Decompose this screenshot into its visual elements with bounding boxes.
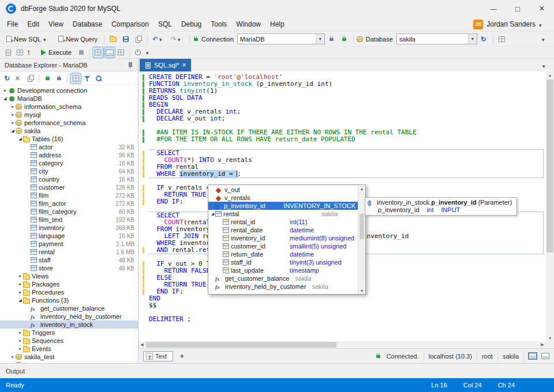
toggle-editor-pane-button[interactable] <box>104 47 115 58</box>
tree-item-tables-16-[interactable]: ◢Tables (16) <box>0 135 138 143</box>
scroll-left-icon[interactable] <box>138 341 145 348</box>
validate-button[interactable] <box>26 47 36 58</box>
layout-button[interactable] <box>14 47 25 58</box>
tree-item-category[interactable]: category16 KB <box>0 159 138 167</box>
redo-button[interactable] <box>169 33 186 45</box>
query-options-button[interactable] <box>144 47 155 58</box>
scroll-right-icon[interactable] <box>539 341 546 348</box>
scroll-down-icon[interactable] <box>358 287 365 294</box>
scroll-up-icon[interactable] <box>358 185 365 192</box>
autocomplete-item-rental_date[interactable]: rental_datedatetime <box>208 226 358 234</box>
autocomplete-item-last_update[interactable]: last_updatetimestamp <box>208 266 358 274</box>
tree-item-sakila-test[interactable]: ▸sakila_test <box>0 353 138 361</box>
tree-item-actor[interactable]: actor32 KB <box>0 143 138 151</box>
tree-item-get-customer-balance[interactable]: get_customer_balance <box>0 304 138 312</box>
autocomplete-item-customer_id[interactable]: customer_idsmallint(5) unsigned <box>208 242 358 250</box>
scrollbar-thumb[interactable] <box>546 80 553 252</box>
horizontal-scrollbar[interactable] <box>138 341 546 348</box>
autocomplete-item-inventory_held_by_customer[interactable]: inventory_held_by_customersakila <box>208 282 358 291</box>
execute-button[interactable]: Execute <box>38 48 75 57</box>
menu-tools[interactable]: Tools <box>206 18 231 30</box>
new-sql-button[interactable]: New SQL <box>3 35 54 44</box>
show-options-toggle[interactable] <box>70 73 81 84</box>
minimize-button[interactable] <box>481 0 506 17</box>
menu-sql[interactable]: SQL <box>154 18 177 30</box>
save-all-button[interactable] <box>133 33 144 45</box>
tree-item-sequences[interactable]: ▸Sequences <box>0 337 138 345</box>
close-button[interactable] <box>530 0 554 17</box>
tree-item-rental[interactable]: rental1.6 MB <box>0 248 138 256</box>
query-history-button[interactable] <box>133 47 143 58</box>
toolbar-overflow-button[interactable] <box>540 33 551 45</box>
disconnect-button[interactable] <box>54 73 64 84</box>
autocomplete-item-v_rentals[interactable]: v_rentals <box>208 194 358 202</box>
menu-comparison[interactable]: Comparison <box>107 18 154 30</box>
tree-item-customer[interactable]: customer128 KB <box>0 183 138 191</box>
autocomplete-item-rental[interactable]: ◢rentalsakila <box>208 210 358 218</box>
save-button[interactable] <box>120 33 132 45</box>
document-list-dropdown[interactable] <box>540 59 552 71</box>
close-tab-icon[interactable] <box>182 62 186 69</box>
add-view-button[interactable] <box>178 352 186 360</box>
menu-window[interactable]: Window <box>231 18 265 30</box>
refresh-database-button[interactable] <box>478 33 490 45</box>
output-tab-label[interactable]: Output <box>6 368 25 375</box>
tree-item-inventory[interactable]: inventory368 KB <box>0 224 138 232</box>
output-panel[interactable]: Output <box>0 363 554 378</box>
tree-item-events[interactable]: ▸Events <box>0 345 138 353</box>
menu-file[interactable]: File <box>2 18 23 30</box>
database-combobox[interactable]: sakila <box>396 33 477 44</box>
menu-database[interactable]: Database <box>68 18 107 30</box>
pin-panel-button[interactable] <box>124 59 136 71</box>
text-view-button[interactable]: Text <box>143 351 173 361</box>
tree-item-mysql[interactable]: ▸mysql <box>0 111 138 119</box>
duplicate-object-button[interactable] <box>25 73 36 84</box>
combo-dropdown-icon[interactable] <box>468 34 477 44</box>
scroll-down-icon[interactable] <box>546 334 554 341</box>
tree-item-information-schema[interactable]: ▸information_schema <box>0 103 138 111</box>
new-connection-button[interactable] <box>326 33 338 45</box>
tree-item-development-connection[interactable]: ▸Development connection <box>0 86 138 95</box>
tree-item-mariadb[interactable]: ◢MariaDB <box>0 95 138 103</box>
tree-item-language[interactable]: language16 KB <box>0 232 138 240</box>
new-query-button[interactable]: New Query <box>55 35 101 44</box>
scroll-up-icon[interactable] <box>546 71 554 78</box>
filter-button[interactable] <box>82 73 92 84</box>
tab-sql-file[interactable]: SQL.sql* <box>140 59 191 71</box>
tree-item-procedures[interactable]: ▸Procedures <box>0 288 138 296</box>
document-outline-button[interactable] <box>3 47 13 58</box>
undo-button[interactable] <box>151 33 168 45</box>
new-connection-button[interactable] <box>42 73 53 84</box>
single-layout-button[interactable] <box>529 353 537 359</box>
tree-item-performance-schema[interactable]: ▸performance_schema <box>0 119 138 127</box>
maximize-button[interactable] <box>506 0 530 17</box>
tree-item-views[interactable]: ▸Views <box>0 272 138 280</box>
combo-dropdown-icon[interactable] <box>316 34 324 44</box>
stop-button[interactable] <box>76 47 87 58</box>
connection-combobox[interactable]: MariaDB <box>237 33 325 44</box>
stop-refresh-button[interactable] <box>14 73 24 84</box>
tree-item-film-actor[interactable]: film_actor272 KB <box>0 199 138 208</box>
autocomplete-item-p_inventory_id[interactable]: p_inventory_idINVENTORY_IN_STOCK <box>208 202 358 210</box>
autocomplete-item-inventory_id[interactable]: inventory_idmediumint(8) unsigned <box>208 234 358 242</box>
autocomplete-item-get_customer_balance[interactable]: get_customer_balancesakila <box>208 274 358 282</box>
scrollbar-thumb[interactable] <box>360 214 364 239</box>
menu-help[interactable]: Help <box>265 18 289 30</box>
autocomplete-item-staff_id[interactable]: staff_idtinyint(3) unsigned <box>208 258 358 266</box>
tree-item-functions-3-[interactable]: ◢Functions (3) <box>0 296 138 304</box>
menu-edit[interactable]: Edit <box>23 18 44 30</box>
tree-item-staff[interactable]: staff48 KB <box>0 256 138 264</box>
tree-item-country[interactable]: country16 KB <box>0 175 138 183</box>
tree-item-sakila[interactable]: ◢sakila <box>0 127 138 135</box>
open-file-button[interactable] <box>107 33 119 45</box>
tree-item-film[interactable]: film272 KB <box>0 191 138 199</box>
edit-connection-button[interactable] <box>339 33 350 45</box>
tree-item-test[interactable]: ▸test <box>0 361 138 363</box>
tree-item-store[interactable]: store48 KB <box>0 264 138 272</box>
tree-item-packages[interactable]: ▸Packages <box>0 280 138 288</box>
sql-editor[interactable]: CREATE DEFINER = 'root'@'localhost'FUNCT… <box>138 71 554 348</box>
vertical-scrollbar[interactable] <box>546 71 554 341</box>
split-layout-button[interactable] <box>541 353 549 359</box>
autocomplete-item-v_out[interactable]: v_out <box>208 186 358 194</box>
tree-item-film-text[interactable]: film_text192 KB <box>0 216 138 224</box>
